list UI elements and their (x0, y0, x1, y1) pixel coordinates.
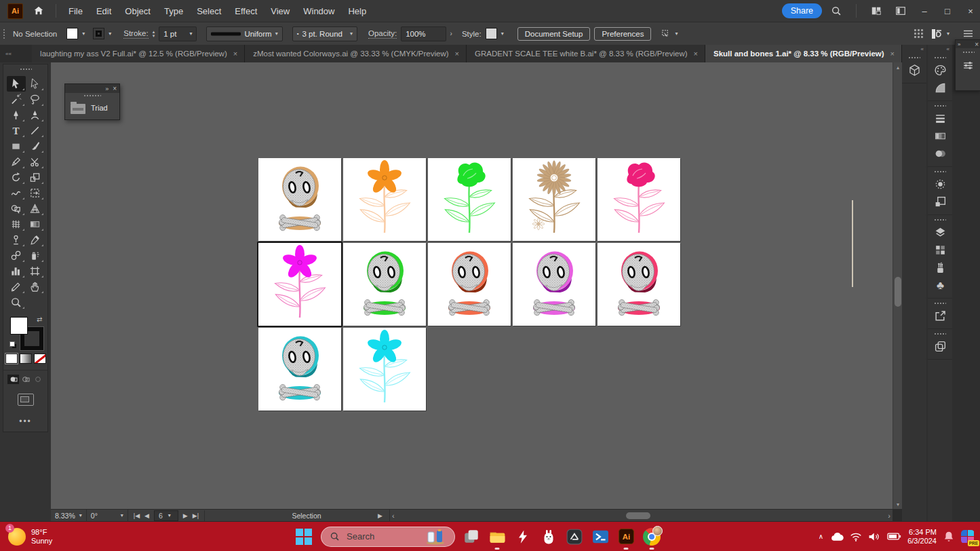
panel-appearance-icon[interactable] (928, 175, 952, 193)
onedrive-icon[interactable] (829, 531, 844, 542)
document-setup-button[interactable]: Document Setup (517, 27, 591, 41)
menu-select[interactable]: Select (190, 0, 228, 22)
panel-pattern-icon[interactable] (928, 337, 952, 355)
floatpanel-grip[interactable] (962, 51, 975, 54)
puppet-warp-tool[interactable] (7, 232, 26, 248)
workspace-layout-icon[interactable] (890, 2, 911, 20)
workspace-chevron-icon[interactable]: ▾ (947, 31, 949, 37)
fill-swatch[interactable] (66, 28, 78, 39)
canvas[interactable]: » × Triad (51, 62, 893, 509)
shape-builder-tool[interactable] (7, 201, 26, 216)
opacity-label[interactable]: Opacity: (368, 29, 397, 39)
taskbar-app-task-view[interactable] (458, 523, 484, 550)
panel-color-guide-icon[interactable] (928, 79, 952, 96)
maximize-button[interactable]: □ (938, 1, 957, 21)
taskbar-app-code-app[interactable] (562, 523, 587, 550)
magic-wand-tool[interactable] (7, 92, 26, 107)
blend-tool[interactable] (7, 248, 26, 263)
fill-stroke-control[interactable]: ⇄ (10, 317, 41, 347)
menu-view[interactable]: View (264, 0, 296, 22)
close-button[interactable]: × (961, 1, 980, 21)
selection-tool[interactable] (7, 76, 26, 92)
lasso-tool[interactable] (26, 92, 45, 107)
taskbar-app-powershell[interactable] (587, 523, 613, 550)
artboard-5-flower-rose[interactable] (597, 158, 680, 241)
controlbar-grip[interactable] (3, 28, 6, 39)
taskbar-app-chrome[interactable] (639, 523, 665, 550)
variable-width-dropdown[interactable]: Uniform▾ (206, 26, 282, 41)
home-icon[interactable] (27, 0, 50, 22)
scroll-up-arrow[interactable]: ▴ (893, 62, 903, 72)
zoom-level-dropdown[interactable]: 8.33%▾ (51, 510, 87, 522)
panel-layers-icon[interactable] (928, 223, 952, 241)
properties-panel-icon[interactable] (956, 56, 980, 74)
document-tab-4[interactable]: Skull and bones 1.ai* @ 8.33 % (RGB/Prev… (705, 45, 902, 62)
style-swatch[interactable] (486, 28, 497, 39)
panel-3d-materials-icon[interactable] (902, 61, 926, 79)
slice-tool[interactable] (7, 279, 26, 294)
fill-color-box[interactable] (10, 317, 28, 335)
panel-color-icon[interactable] (928, 61, 952, 79)
panel-menu-icon[interactable] (963, 29, 973, 38)
shaper-tool[interactable] (7, 154, 26, 170)
artboard-12-flower-star[interactable] (343, 328, 426, 411)
opacity-field[interactable]: 100% (401, 26, 446, 41)
tab-close-icon[interactable]: × (233, 50, 237, 58)
rotation-dropdown[interactable]: 0°▾ (87, 510, 128, 522)
minimize-button[interactable]: – (915, 1, 934, 21)
rectangle-tool[interactable] (7, 138, 26, 154)
draw-normal-mode[interactable] (7, 375, 19, 384)
column-graph-tool[interactable] (7, 263, 26, 279)
triad-close-icon[interactable]: × (113, 85, 117, 92)
edit-toolbar-ellipsis[interactable]: ••• (3, 417, 47, 426)
weather-widget[interactable]: 1 98°F Sunny (8, 528, 52, 546)
draw-behind-mode[interactable] (20, 375, 31, 384)
scale-tool[interactable] (26, 170, 45, 185)
gradient-tool[interactable] (26, 216, 45, 232)
direct-selection-tool[interactable] (26, 76, 45, 92)
stroke-label[interactable]: Stroke: (123, 29, 148, 39)
opacity-arrow[interactable]: › (450, 30, 452, 37)
width-tool[interactable] (7, 185, 26, 201)
line-segment-tool[interactable] (26, 123, 45, 138)
brush-definition-dropdown[interactable]: • 3 pt. Round▾ (292, 26, 357, 41)
preferences-button[interactable]: Preferences (594, 27, 651, 41)
default-fill-stroke-icon[interactable] (9, 341, 16, 348)
rotate-tool[interactable] (7, 170, 26, 185)
taskbar-app-file-explorer[interactable] (484, 523, 510, 550)
apps-grid-icon[interactable] (914, 28, 924, 39)
dock-expand-icon-1[interactable]: « (902, 45, 926, 53)
previous-artboard-button[interactable]: ◀ (144, 512, 149, 519)
artboard-4-flower-sunflower[interactable] (513, 158, 595, 241)
status-menu-arrow[interactable]: ▶ (378, 512, 383, 519)
tray-chevron-icon[interactable]: ∧ (819, 533, 823, 540)
panel-artboards-icon[interactable] (928, 193, 952, 210)
taskbar-app-illustrator[interactable]: Ai (613, 523, 639, 550)
menu-type[interactable]: Type (157, 0, 190, 22)
search-input[interactable] (345, 531, 419, 542)
artboard-2-flower-star[interactable] (343, 158, 426, 241)
battery-icon[interactable] (887, 531, 901, 542)
panel-symbols-icon[interactable]: ♣ (928, 276, 952, 294)
horizontal-scroll-thumb[interactable] (626, 512, 650, 519)
none-button[interactable] (34, 354, 46, 364)
windows-start-button[interactable] (296, 529, 312, 545)
panel-export-icon[interactable] (928, 307, 952, 324)
triad-collapse-icon[interactable]: » (105, 86, 109, 92)
horizontal-scrollbar[interactable]: ‹ › (389, 510, 893, 522)
menu-object[interactable]: Object (118, 0, 157, 22)
color-button[interactable] (5, 354, 18, 364)
stroke-weight-field[interactable]: 1 pt▾ (159, 26, 197, 41)
free-transform-tool[interactable] (26, 185, 45, 201)
draw-inside-mode[interactable] (32, 375, 43, 384)
artboard-1-skull[interactable] (258, 158, 341, 241)
next-artboard-button[interactable]: ▶ (183, 512, 188, 519)
floatpanel-collapse-icon[interactable]: » (958, 41, 960, 48)
document-tab-3[interactable]: GRADENT SCALE TEE white B.ai* @ 8.33 % (… (467, 45, 705, 62)
menu-help[interactable]: Help (341, 0, 373, 22)
type-tool[interactable]: T (7, 123, 26, 138)
taskbar-app-ollama[interactable] (536, 523, 562, 550)
artboard-6-flower-star[interactable] (258, 243, 341, 326)
artboard-8-skull[interactable] (428, 243, 511, 326)
first-artboard-button[interactable]: |◀ (134, 512, 140, 519)
